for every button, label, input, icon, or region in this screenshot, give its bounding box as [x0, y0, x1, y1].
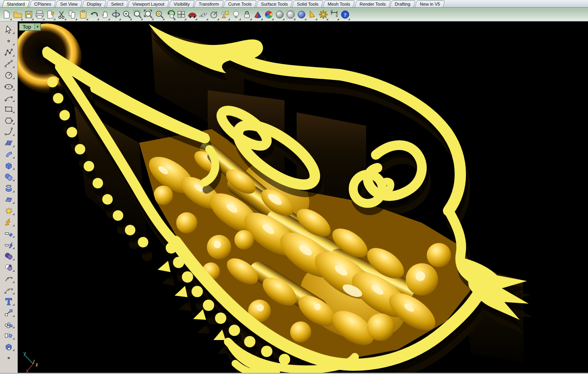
color-wheel-icon[interactable]	[263, 9, 274, 21]
tab-display[interactable]: Display	[82, 0, 107, 7]
tab-transform[interactable]: Transform	[194, 0, 224, 7]
array-icon[interactable]	[3, 319, 15, 329]
ghosted-viewport-icon[interactable]	[285, 9, 296, 21]
boolean-difference-icon[interactable]	[3, 262, 15, 272]
trim-icon[interactable]	[3, 228, 15, 238]
open-folder-icon[interactable]	[12, 9, 23, 21]
blend-surface-icon[interactable]	[3, 149, 15, 159]
tab-curve-tools[interactable]: Curve Tools	[223, 0, 257, 7]
set-cplane-icon[interactable]	[209, 9, 219, 21]
move-icon[interactable]	[3, 308, 15, 317]
blend-curve-icon[interactable]	[3, 127, 15, 136]
tab-label: Set View	[60, 2, 78, 6]
explode-icon[interactable]	[3, 217, 15, 227]
tab-label: Solid Tools	[297, 2, 318, 6]
sphere-icon[interactable]	[3, 172, 15, 182]
polygon-icon[interactable]	[3, 115, 15, 125]
more-tools-button[interactable]: »	[3, 353, 15, 363]
zoom-selected-icon[interactable]	[154, 9, 165, 21]
tab-set-view[interactable]: Set View	[55, 0, 83, 7]
flyout-corner-icon	[13, 315, 15, 317]
flyout-corner-icon	[13, 349, 15, 351]
flyout-corner-icon	[13, 292, 15, 294]
polyline-icon[interactable]	[3, 47, 15, 57]
help-icon[interactable]: ?	[339, 9, 350, 21]
tab-label: Drafting	[395, 2, 411, 6]
lock-icon[interactable]	[241, 9, 252, 21]
flyout-corner-icon	[13, 224, 15, 226]
flyout-corner-icon	[13, 338, 15, 340]
flyout-corner-icon	[162, 18, 164, 20]
split-icon[interactable]	[3, 240, 15, 249]
tab-select[interactable]: Select	[106, 0, 128, 7]
new-document-icon[interactable]	[1, 9, 12, 21]
tab-visibility[interactable]: Visibility	[169, 0, 194, 7]
arc-icon[interactable]	[3, 93, 15, 102]
flyout-corner-icon	[130, 18, 132, 20]
tab-solid-tools[interactable]: Solid Tools	[292, 0, 324, 7]
save-icon[interactable]	[23, 9, 34, 21]
point-icon[interactable]	[3, 36, 15, 46]
copy-icon[interactable]	[67, 9, 78, 21]
mirror-icon[interactable]	[3, 330, 15, 340]
flyout-corner-icon	[13, 145, 15, 147]
object-properties-icon[interactable]	[219, 9, 230, 21]
toy-car-icon[interactable]	[187, 9, 198, 21]
rotate-view-icon[interactable]	[110, 9, 121, 21]
viewport-layout-icon[interactable]	[176, 9, 187, 21]
paste-icon[interactable]	[78, 9, 89, 21]
viewport-title-label[interactable]: Top	[19, 23, 34, 30]
options-gear-icon[interactable]	[318, 9, 329, 21]
render-icon[interactable]	[252, 9, 263, 21]
tab-render-tools[interactable]: Render Tools	[354, 0, 390, 7]
boolean-union-icon[interactable]	[3, 251, 15, 261]
zoom-dynamic-icon[interactable]	[121, 9, 132, 21]
cplane-grid-icon[interactable]	[198, 9, 209, 21]
cut-icon[interactable]	[56, 9, 67, 21]
svg-text:?: ?	[344, 12, 346, 18]
box-icon[interactable]	[3, 161, 15, 170]
tab-viewport-layout[interactable]: Viewport Layout	[128, 0, 170, 7]
undo-view-change-icon[interactable]	[165, 9, 176, 21]
tab-new-in-v5[interactable]: New in V5	[415, 0, 445, 7]
rebuild-curve-icon[interactable]	[3, 285, 15, 295]
mesh-box-icon[interactable]	[3, 194, 15, 204]
rectangle-icon[interactable]	[3, 104, 15, 114]
viewport-title[interactable]: Top ▼	[19, 23, 41, 31]
adjust-curve-icon[interactable]	[3, 274, 15, 283]
ellipse-icon[interactable]	[3, 81, 15, 91]
svg-text:y: y	[23, 351, 26, 356]
viewport-top[interactable]: Top ▼	[18, 21, 588, 373]
zoom-extents-icon[interactable]	[143, 9, 154, 21]
lamp-icon[interactable]	[230, 9, 241, 21]
cage-edit-icon[interactable]	[3, 342, 15, 351]
join-icon[interactable]	[3, 206, 15, 216]
main-toolbar: ?	[0, 8, 588, 21]
tab-drafting[interactable]: Drafting	[390, 0, 415, 7]
flag-pointer-icon[interactable]	[307, 9, 318, 21]
flyout-corner-icon	[217, 18, 219, 20]
tab-standard[interactable]: Standard	[2, 0, 30, 7]
text-object-icon[interactable]	[3, 296, 15, 306]
tab-cplanes[interactable]: CPlanes	[29, 0, 56, 7]
pan-hand-icon[interactable]	[99, 9, 110, 21]
patch-surface-icon[interactable]	[3, 138, 15, 148]
shaded-viewport-icon[interactable]	[274, 9, 285, 21]
tab-label: Surface Tools	[261, 2, 288, 6]
rendered-viewport-icon[interactable]	[296, 9, 307, 21]
viewport-title-dropdown[interactable]: ▼	[34, 23, 40, 30]
svg-text:z: z	[36, 362, 38, 368]
flyout-corner-icon	[195, 18, 197, 20]
zoom-window-icon[interactable]	[132, 9, 143, 21]
select-arrow-icon[interactable]	[3, 25, 15, 34]
circle-icon[interactable]	[3, 70, 15, 80]
flyout-corner-icon	[13, 236, 15, 238]
undo-icon[interactable]	[89, 9, 99, 21]
tab-mesh-tools[interactable]: Mesh Tools	[323, 0, 355, 7]
curve-interpolate-icon[interactable]	[3, 59, 15, 68]
tab-surface-tools[interactable]: Surface Tools	[256, 0, 293, 7]
print-icon[interactable]	[34, 9, 45, 21]
edit-document-icon[interactable]	[45, 9, 56, 21]
revolve-surface-icon[interactable]	[3, 183, 15, 193]
dimension-tool-icon[interactable]	[329, 9, 339, 21]
